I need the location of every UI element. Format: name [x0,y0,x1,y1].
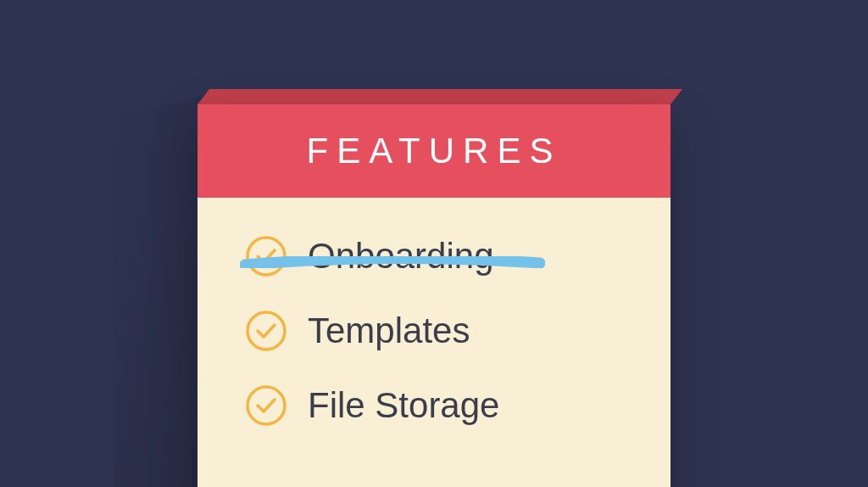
checkmark-circle-icon [245,235,287,277]
features-list: Onboarding Templates File Storage [198,198,670,487]
features-card: FEATURES Onboarding Templates [198,89,670,487]
card-title: FEATURES [307,131,562,171]
feature-label: File Storage [308,385,499,426]
feature-label: Templates [308,311,470,351]
card-header: FEATURES [198,104,670,198]
svg-point-1 [248,312,285,350]
svg-point-0 [248,238,285,275]
feature-label: Onboarding [308,236,494,277]
card-body-container: FEATURES Onboarding Templates [198,104,670,487]
feature-item-file-storage: File Storage [245,384,623,427]
feature-item-templates: Templates [245,310,623,352]
card-top-edge [198,89,682,104]
checkmark-circle-icon [245,384,287,427]
feature-item-onboarding: Onboarding [245,235,623,277]
svg-point-2 [248,387,285,424]
checkmark-circle-icon [245,310,287,352]
